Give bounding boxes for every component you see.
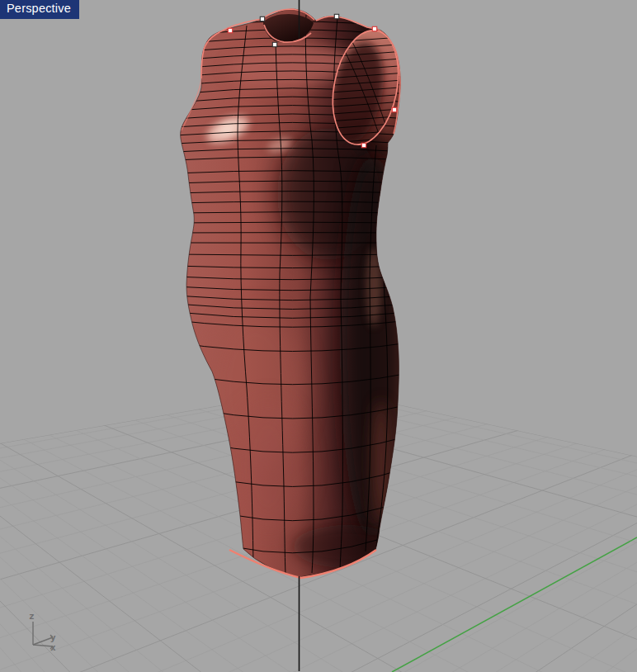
control-point[interactable] xyxy=(260,17,264,21)
axis-z-label: z xyxy=(29,611,35,622)
axis-x-label: x xyxy=(50,642,56,653)
control-point[interactable] xyxy=(372,26,376,31)
control-point[interactable] xyxy=(392,107,396,111)
perspective-viewport[interactable]: z y x Perspective xyxy=(0,0,637,672)
control-point[interactable] xyxy=(228,28,232,32)
control-point[interactable] xyxy=(272,42,276,46)
control-point[interactable] xyxy=(334,14,338,18)
control-point[interactable] xyxy=(361,143,366,147)
viewport-canvas[interactable]: z y x xyxy=(0,0,637,672)
viewport-title-tab[interactable]: Perspective xyxy=(0,0,79,19)
